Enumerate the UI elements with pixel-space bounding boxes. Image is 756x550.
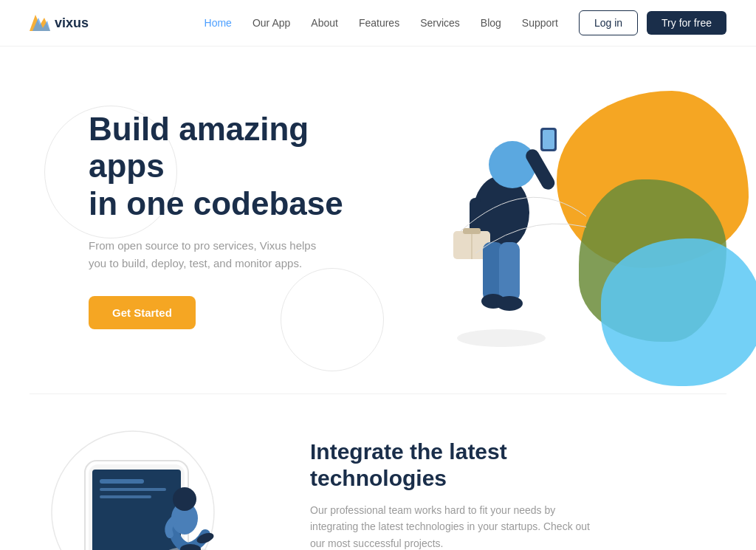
nav-actions: Log in Try for free: [579, 10, 726, 35]
nav-link-blog[interactable]: Blog: [481, 17, 501, 29]
nav-item-support[interactable]: Support: [522, 16, 558, 30]
svg-rect-7: [543, 130, 554, 149]
blob-blue: [601, 238, 756, 386]
svg-point-4: [489, 141, 536, 188]
login-button[interactable]: Log in: [579, 10, 638, 35]
hero-section: Build amazing apps in one codebase From …: [0, 47, 756, 386]
integrate-title: Integrate the latest technologies: [310, 439, 591, 492]
nav-link-features[interactable]: Features: [359, 17, 399, 29]
person-illustration: [416, 83, 586, 349]
integrate-description: Our professional team works hard to fit …: [310, 502, 591, 550]
navbar: vixus Home Our App About Features Servic…: [0, 0, 756, 47]
logo-icon: [30, 15, 50, 31]
nav-item-ourapp[interactable]: Our App: [252, 16, 290, 30]
nav-item-services[interactable]: Services: [420, 16, 460, 30]
integrate-content: Integrate the latest technologies Our pr…: [310, 416, 591, 550]
nav-links: Home Our App About Features Services Blo…: [205, 16, 558, 30]
svg-point-15: [496, 296, 523, 311]
svg-rect-20: [100, 479, 144, 484]
svg-rect-22: [100, 495, 151, 498]
nav-link-about[interactable]: About: [311, 17, 338, 29]
phone-illustration: [44, 416, 281, 550]
nav-item-home[interactable]: Home: [205, 16, 232, 30]
nav-link-ourapp[interactable]: Our App: [252, 17, 290, 29]
nav-link-home[interactable]: Home: [205, 17, 232, 29]
hero-title: Build amazing apps in one codebase: [89, 111, 384, 223]
logo[interactable]: vixus: [30, 15, 89, 31]
nav-item-blog[interactable]: Blog: [481, 16, 501, 30]
get-started-button[interactable]: Get Started: [89, 296, 196, 329]
integrate-section: Integrate the latest technologies Our pr…: [0, 402, 756, 550]
hero-content: Build amazing apps in one codebase From …: [89, 111, 384, 330]
hero-subtitle: From open source to pro services, Vixus …: [89, 237, 325, 272]
nav-link-support[interactable]: Support: [522, 17, 558, 29]
svg-rect-13: [499, 242, 520, 301]
phone-svg: [44, 416, 281, 550]
svg-rect-21: [100, 488, 166, 491]
nav-link-services[interactable]: Services: [420, 17, 460, 29]
svg-point-25: [173, 487, 196, 511]
brand-name: vixus: [55, 16, 89, 31]
nav-item-features[interactable]: Features: [359, 16, 399, 30]
try-free-button[interactable]: Try for free: [647, 11, 726, 35]
section-divider: [30, 393, 726, 394]
nav-item-about[interactable]: About: [311, 16, 338, 30]
svg-point-2: [457, 329, 546, 347]
